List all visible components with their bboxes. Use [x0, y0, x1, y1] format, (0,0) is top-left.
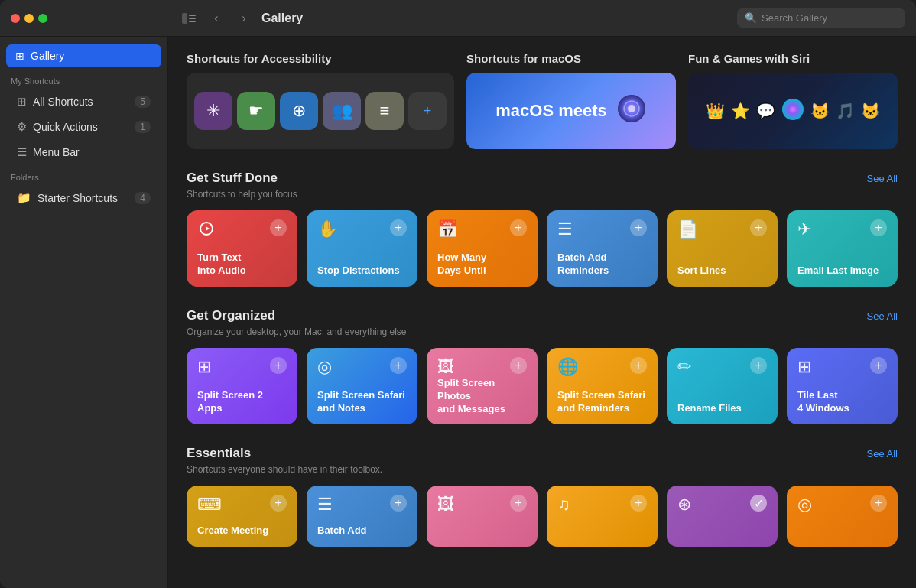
- card-essential-5[interactable]: ⊛ ✓: [667, 486, 778, 547]
- my-shortcuts-section-label: My Shortcuts: [0, 69, 167, 89]
- forward-button[interactable]: ›: [234, 8, 254, 28]
- get-organized-subtitle: Organize your desktop, your Mac, and eve…: [187, 326, 898, 337]
- card-split-safari-notes[interactable]: ◎ + Split Screen Safariand Notes: [307, 348, 417, 424]
- get-stuff-done-subtitle: Shortcuts to help you focus: [187, 189, 898, 200]
- sidebar-gallery-label: Gallery: [31, 50, 64, 62]
- stop-distractions-add-btn[interactable]: +: [390, 219, 407, 236]
- tile-last-add-btn[interactable]: +: [870, 357, 887, 374]
- card-split-safari-reminders[interactable]: 🌐 + Split Screen Safariand Reminders: [547, 348, 658, 424]
- card-tile-last-windows[interactable]: ⊞ + Tile Last4 Windows: [787, 348, 898, 424]
- back-button[interactable]: ‹: [206, 8, 226, 28]
- sidebar-item-all-shortcuts[interactable]: ⊞ All Shortcuts 5: [6, 89, 161, 114]
- card-header: 🌐 +: [557, 357, 647, 377]
- card-how-many-days[interactable]: 📅 + How ManyDays Until: [427, 210, 538, 287]
- split-safari-notes-title: Split Screen Safariand Notes: [317, 389, 407, 415]
- sidebar-item-starter-shortcuts[interactable]: 📁 Starter Shortcuts 4: [6, 186, 161, 210]
- get-organized-see-all[interactable]: See All: [867, 310, 898, 322]
- all-shortcuts-icon: ⊞: [17, 95, 27, 109]
- siri-icon-cat: 🐱: [810, 102, 830, 120]
- split-photos-add-btn[interactable]: +: [510, 357, 527, 374]
- batch-add-add-btn[interactable]: +: [630, 219, 647, 236]
- close-button[interactable]: [11, 14, 20, 23]
- quick-actions-label: Quick Actions: [33, 121, 128, 133]
- svg-point-7: [782, 99, 804, 120]
- card-stop-distractions[interactable]: ✋ + Stop Distractions: [307, 210, 417, 287]
- card-split-screen-2-apps[interactable]: ⊞ + Split Screen 2 Apps: [187, 348, 297, 424]
- card-header: ⌨ +: [197, 495, 287, 515]
- turn-text-add-btn[interactable]: +: [270, 219, 287, 236]
- get-organized-cards: ⊞ + Split Screen 2 Apps ◎ + Split Screen…: [187, 348, 898, 424]
- minimize-button[interactable]: [24, 14, 34, 23]
- split-safari-reminders-title: Split Screen Safariand Reminders: [557, 389, 647, 415]
- starter-shortcuts-count: 4: [135, 192, 151, 204]
- sort-lines-add-btn[interactable]: +: [750, 219, 767, 236]
- essentials-subtitle: Shortcuts everyone should have in their …: [187, 464, 898, 475]
- card-essential-3[interactable]: 🖼 +: [427, 486, 538, 547]
- featured-accessibility-title: Shortcuts for Accessibility: [187, 52, 454, 65]
- card-header: ☰ +: [557, 219, 647, 239]
- sidebar: ⊞ Gallery My Shortcuts ⊞ All Shortcuts 5…: [0, 0, 168, 588]
- essentials-see-all[interactable]: See All: [867, 448, 898, 460]
- traffic-lights: [11, 14, 47, 23]
- siri-icon-cat2: 🐱: [861, 102, 880, 120]
- batch-add-e-icon: ☰: [317, 495, 333, 515]
- card-turn-text-audio[interactable]: + Turn TextInto Audio: [187, 210, 297, 287]
- essential-3-add-btn[interactable]: +: [510, 495, 527, 512]
- maximize-button[interactable]: [38, 14, 47, 23]
- tile-last-icon: ⊞: [797, 357, 811, 377]
- card-sort-lines[interactable]: 📄 + Sort Lines: [667, 210, 778, 287]
- rename-files-add-btn[interactable]: +: [750, 357, 767, 374]
- folders-section-label: Folders: [0, 165, 167, 185]
- how-many-days-add-btn[interactable]: +: [510, 219, 527, 236]
- svg-rect-1: [189, 15, 196, 16]
- sidebar-item-gallery[interactable]: ⊞ Gallery: [6, 44, 161, 67]
- search-input[interactable]: [762, 12, 898, 24]
- stop-distractions-title: Stop Distractions: [317, 265, 407, 278]
- split-2-add-btn[interactable]: +: [270, 357, 287, 374]
- card-rename-files[interactable]: ✏ + Rename Files: [667, 348, 778, 424]
- card-header: ⊛ ✓: [677, 495, 767, 515]
- svg-rect-3: [189, 21, 196, 22]
- split-photos-title: Split Screen Photosand Messages: [437, 377, 527, 416]
- gallery-icon: ⊞: [15, 50, 24, 62]
- split-safari-reminders-add-btn[interactable]: +: [630, 357, 647, 374]
- featured-row: Shortcuts for Accessibility ✳ ☛ ⊕ 👥 ≡ + …: [187, 52, 898, 149]
- featured-macos-card[interactable]: macOS meets: [466, 73, 676, 149]
- essential-5-add-btn[interactable]: ✓: [750, 495, 767, 512]
- card-batch-add-e[interactable]: ☰ + Batch Add: [307, 486, 417, 547]
- gallery-scroll[interactable]: Shortcuts for Accessibility ✳ ☛ ⊕ 👥 ≡ + …: [168, 37, 916, 588]
- featured-accessibility: Shortcuts for Accessibility ✳ ☛ ⊕ 👥 ≡ +: [187, 52, 454, 149]
- essential-3-icon: 🖼: [437, 495, 454, 515]
- split-safari-notes-add-btn[interactable]: +: [390, 357, 407, 374]
- featured-accessibility-card[interactable]: ✳ ☛ ⊕ 👥 ≡ +: [187, 73, 454, 149]
- sort-lines-icon: 📄: [677, 219, 698, 239]
- essential-4-add-btn[interactable]: +: [630, 495, 647, 512]
- quick-actions-count: 1: [135, 121, 151, 133]
- card-essential-4[interactable]: ♫ +: [547, 486, 658, 547]
- essential-4-icon: ♫: [557, 495, 570, 515]
- sidebar-toggle-button[interactable]: [179, 8, 199, 28]
- search-bar[interactable]: 🔍: [737, 8, 905, 28]
- card-batch-add-reminders[interactable]: ☰ + Batch AddReminders: [547, 210, 658, 287]
- siri-logo-icon: [616, 93, 647, 129]
- split-2-icon: ⊞: [197, 357, 211, 377]
- card-email-last-image[interactable]: ✈ + Email Last Image: [787, 210, 898, 287]
- card-header: ✏ +: [677, 357, 767, 377]
- sidebar-item-menu-bar[interactable]: ☰ Menu Bar: [6, 140, 161, 164]
- card-split-photos-messages[interactable]: 🖼 + Split Screen Photosand Messages: [427, 348, 538, 424]
- featured-macos-title: Shortcuts for macOS: [466, 52, 676, 65]
- get-stuff-done-header: Get Stuff Done See All: [187, 171, 898, 186]
- svg-rect-2: [189, 18, 196, 19]
- sidebar-item-quick-actions[interactable]: ⚙ Quick Actions 1: [6, 115, 161, 139]
- card-header: ⊞ +: [197, 357, 287, 377]
- rename-files-title: Rename Files: [677, 402, 767, 415]
- featured-siri-card[interactable]: 👑 ⭐ 💬: [688, 73, 898, 149]
- essential-6-add-btn[interactable]: +: [870, 495, 887, 512]
- get-stuff-done-see-all[interactable]: See All: [867, 173, 898, 184]
- create-meeting-add-btn[interactable]: +: [270, 495, 287, 512]
- email-last-add-btn[interactable]: +: [870, 219, 887, 236]
- card-header: 📅 +: [437, 219, 527, 239]
- card-essential-6[interactable]: ◎ +: [787, 486, 898, 547]
- batch-add-e-add-btn[interactable]: +: [390, 495, 407, 512]
- card-create-meeting[interactable]: ⌨ + Create Meeting: [187, 486, 297, 547]
